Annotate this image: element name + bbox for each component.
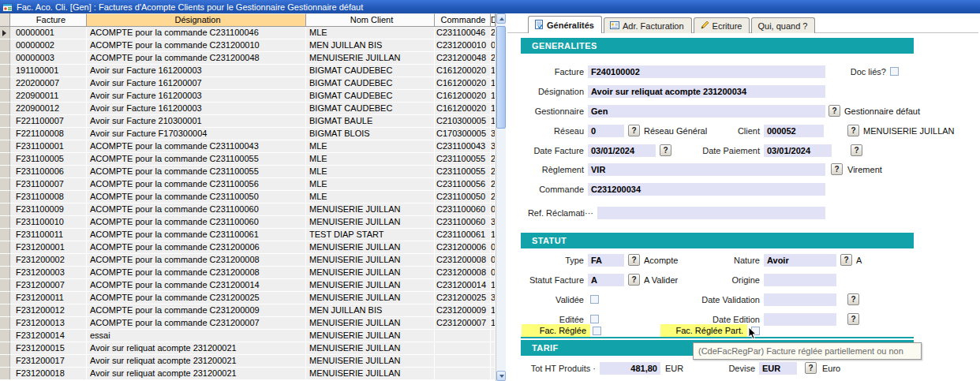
column-header-commande[interactable]: Commande — [435, 13, 491, 27]
reglement-help-button[interactable]: ? — [831, 163, 843, 175]
row-selector[interactable] — [0, 77, 10, 89]
nature-help-button[interactable]: ? — [840, 254, 852, 266]
fac-reglee-checkbox[interactable] — [593, 327, 601, 335]
table-row[interactable]: F231200007ACOMPTE pour la commande C2312… — [0, 279, 496, 292]
column-header-designation[interactable]: Désignation — [87, 13, 306, 27]
row-selector[interactable] — [0, 317, 10, 329]
table-row[interactable]: F231100009ACOMPTE pour la commande C2311… — [0, 204, 496, 216]
tot-ht-field[interactable]: 481,80 — [600, 362, 660, 375]
row-selector[interactable] — [0, 342, 10, 354]
table-row[interactable]: 220900011Avoir sur Facture 161200003BIGM… — [0, 90, 496, 103]
tab-ecriture[interactable]: Ecriture — [694, 17, 750, 33]
scroll-down-button[interactable] — [496, 371, 506, 381]
table-row[interactable]: F231100010ACOMPTE pour la commande C2311… — [0, 216, 496, 229]
date-edition-field[interactable] — [764, 313, 836, 326]
table-row[interactable]: 220900012Avoir sur Facture 161200003BIGM… — [0, 103, 496, 115]
scroll-up-button[interactable] — [496, 13, 506, 24]
ref-reclamation-field[interactable] — [597, 207, 825, 219]
designation-field[interactable]: Avoir sur reliquat acompte 231200034 — [588, 85, 825, 98]
row-selector[interactable] — [0, 103, 10, 114]
reseau-help-button[interactable]: ? — [628, 125, 640, 136]
client-field[interactable]: 000052 — [764, 125, 824, 137]
row-selector[interactable] — [0, 204, 10, 215]
tab-adr-facturation[interactable]: Adr. Facturation — [604, 17, 692, 33]
table-row[interactable]: F231200002ACOMPTE pour la commande C2312… — [0, 254, 496, 267]
gestionnaire-field[interactable]: Gen — [588, 105, 825, 118]
vertical-scrollbar[interactable] — [496, 13, 506, 381]
table-row[interactable]: 00000003ACOMPTE pour la commande C231200… — [0, 52, 496, 65]
table-row[interactable]: 220200007Avoir sur Facture 161200007BIGM… — [0, 77, 496, 90]
row-selector[interactable] — [0, 65, 10, 77]
row-selector[interactable] — [0, 216, 10, 228]
date-validation-help-button[interactable]: ? — [847, 293, 859, 305]
date-paiement-field[interactable]: 03/01/2024 — [764, 144, 832, 157]
row-selector[interactable] — [0, 90, 10, 102]
tab-qui-quand[interactable]: Qui, quand ? — [751, 17, 815, 33]
nature-field[interactable]: Avoir — [764, 254, 836, 267]
client-help-button[interactable]: ? — [847, 125, 859, 136]
table-row[interactable]: F221100007Avoir sur Facture 210300001BIG… — [0, 115, 496, 128]
table-row[interactable]: F231200012ACOMPTE pour la commande C2312… — [0, 304, 496, 317]
origine-field[interactable] — [764, 274, 836, 286]
row-selector[interactable] — [0, 254, 10, 266]
row-selector[interactable] — [0, 279, 10, 291]
validee-checkbox[interactable] — [590, 295, 599, 304]
date-validation-field[interactable] — [764, 293, 836, 306]
row-selector[interactable] — [0, 166, 10, 177]
type-field[interactable]: FA — [588, 254, 624, 267]
row-selector[interactable] — [0, 52, 10, 64]
reglement-field[interactable]: VIR — [588, 163, 825, 176]
date-paiement-help-button[interactable]: ? — [851, 144, 862, 156]
row-selector[interactable] — [0, 178, 10, 190]
statut-facture-help-button[interactable]: ? — [628, 274, 640, 286]
devise-help-button[interactable]: ? — [805, 362, 817, 374]
table-row[interactable]: F231200013ACOMPTE pour la commande C2312… — [0, 317, 496, 330]
row-selector[interactable] — [0, 115, 10, 127]
table-row[interactable]: 00000002ACOMPTE pour la commande C231200… — [0, 39, 496, 52]
doc-lies-checkbox[interactable] — [890, 67, 899, 76]
table-row[interactable]: F231200014essaiMENUISERIE JUILLAN — [0, 330, 496, 342]
table-row[interactable]: F231200017Avoir sur reliquat acompte 231… — [0, 355, 496, 368]
row-selector[interactable] — [0, 128, 10, 140]
fac-reglee-label[interactable]: Fac. Réglée — [522, 324, 590, 337]
row-selector[interactable] — [0, 267, 10, 278]
table-row[interactable]: 191100001Avoir sur Facture 161200003BIGM… — [0, 65, 496, 77]
table-row[interactable]: F231100001ACOMPTE pour la commande C2311… — [0, 140, 496, 153]
table-row[interactable]: F231100007ACOMPTE pour la commande C2311… — [0, 178, 496, 191]
table-row[interactable]: F231100011ACOMPTE pour la commande C2311… — [0, 229, 496, 241]
facture-field[interactable]: F240100002 — [588, 65, 825, 78]
table-row[interactable]: F231200015Avoir sur reliquat acompte 231… — [0, 342, 496, 355]
table-row[interactable]: F231200003ACOMPTE pour la commande C2312… — [0, 267, 496, 279]
row-selector[interactable] — [0, 292, 10, 304]
row-selector[interactable] — [0, 140, 10, 152]
column-header-facture[interactable]: Facture — [10, 13, 87, 27]
table-row[interactable]: F231100008ACOMPTE pour la commande C2311… — [0, 191, 496, 204]
statut-facture-field[interactable]: A — [588, 274, 624, 286]
row-selector[interactable] — [0, 229, 10, 241]
table-row[interactable]: F231200011ACOMPTE pour la commande C2312… — [0, 292, 496, 304]
select-all-corner[interactable] — [0, 13, 10, 27]
devise-field[interactable]: EUR — [759, 362, 797, 375]
row-selector[interactable] — [0, 355, 10, 367]
row-selector[interactable] — [0, 241, 10, 253]
table-row[interactable]: F231100005ACOMPTE pour la commande C2311… — [0, 153, 496, 166]
editee-checkbox[interactable] — [590, 315, 599, 323]
fac-reglee-part-label[interactable]: Fac. Réglée Part. — [660, 324, 747, 337]
table-row[interactable]: F231200001ACOMPTE pour la commande C2312… — [0, 241, 496, 254]
table-row[interactable]: 00000001ACOMPTE pour la commande C231100… — [0, 27, 496, 39]
table-row[interactable]: F231200018Avoir sur reliquat acompte 231… — [0, 368, 496, 380]
row-selector[interactable] — [0, 39, 10, 51]
commande-field[interactable]: C231200034 — [588, 183, 825, 196]
row-selector[interactable] — [0, 153, 10, 165]
date-facture-field[interactable]: 03/01/2024 — [588, 144, 656, 157]
reseau-field[interactable]: 0 — [588, 125, 624, 137]
row-selector[interactable] — [0, 191, 10, 203]
date-edition-help-button[interactable]: ? — [847, 313, 859, 325]
row-selector[interactable] — [0, 368, 10, 379]
row-selector[interactable] — [0, 330, 10, 342]
gestionnaire-help-button[interactable]: ? — [829, 105, 840, 117]
type-help-button[interactable]: ? — [628, 254, 640, 266]
tab-generalites[interactable]: Généralités — [528, 16, 602, 33]
table-row[interactable]: F221100008Avoir sur Facture F170300004BI… — [0, 128, 496, 140]
table-row[interactable]: F231100006ACOMPTE pour la commande C2311… — [0, 166, 496, 178]
